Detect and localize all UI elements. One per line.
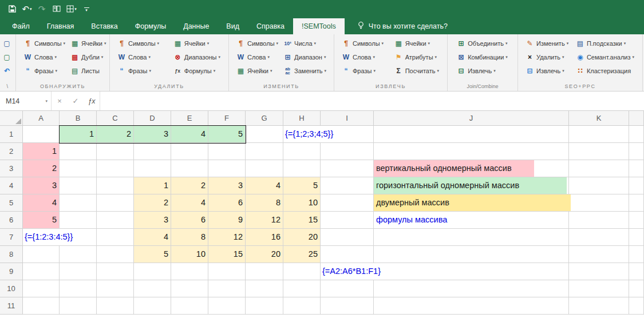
column-header-I[interactable]: I — [321, 111, 374, 126]
cell-C3[interactable] — [97, 160, 134, 177]
cell-K9[interactable] — [569, 263, 629, 280]
cell-A3[interactable]: 2 — [23, 160, 60, 177]
cell-F10[interactable] — [208, 280, 246, 297]
cell-A5[interactable]: 4 — [23, 194, 60, 212]
combinations-button[interactable]: ⊠Комбинации▾ — [454, 50, 510, 64]
cell-C7[interactable] — [97, 229, 134, 246]
cell-D7[interactable]: 4 — [134, 229, 171, 246]
detect-duplicates-button[interactable]: ▩Дубли▾ — [68, 50, 108, 64]
merge-button[interactable]: ⊞Объединить▾ — [454, 37, 510, 50]
cell-F6[interactable]: 9 — [208, 212, 246, 229]
tab-semtools[interactable]: !SEMTools — [293, 18, 345, 34]
cell-F8[interactable]: 15 — [208, 246, 246, 263]
delete-phrases-button[interactable]: “Фразы▾ — [114, 64, 161, 78]
row-header-1[interactable]: 1 — [0, 126, 23, 143]
cell-H8[interactable]: 25 — [283, 246, 321, 263]
extract-phrases-button[interactable]: “Фразы▾ — [339, 64, 386, 78]
cell-E5[interactable]: 4 — [171, 194, 208, 212]
cell-J9[interactable] — [374, 263, 569, 280]
save-button[interactable] — [6, 2, 18, 16]
cell-F4[interactable]: 3 — [208, 177, 246, 194]
row-header-8[interactable]: 8 — [0, 246, 23, 263]
cell-H2[interactable] — [283, 143, 321, 160]
detect-phrases-button[interactable]: “Фразы▾ — [21, 64, 68, 78]
column-header-H[interactable]: H — [283, 111, 321, 126]
cell-A7[interactable]: {={1:2:3:4:5}} — [23, 229, 60, 246]
cell-C5[interactable] — [97, 194, 134, 212]
cell-B8[interactable] — [60, 246, 97, 263]
cell-A6[interactable]: 5 — [23, 212, 60, 229]
cell-K2[interactable] — [569, 143, 629, 160]
cell-K4[interactable] — [569, 177, 629, 194]
cell-D10[interactable] — [134, 280, 171, 297]
column-header-partial[interactable] — [629, 111, 644, 126]
enter-button[interactable]: ✓ — [68, 92, 84, 110]
cell-F11[interactable] — [208, 297, 246, 315]
cancel-button[interactable]: × — [52, 92, 68, 110]
column-header-D[interactable]: D — [134, 111, 171, 126]
cell-A8[interactable] — [23, 246, 60, 263]
detect-sheets-button[interactable]: ▤Листы — [68, 64, 108, 78]
select-all-corner[interactable] — [0, 111, 23, 126]
cell-C6[interactable] — [97, 212, 134, 229]
cell-K8[interactable] — [569, 246, 629, 263]
detect-cells-button[interactable]: ▦Ячейки▾ — [68, 37, 108, 50]
cell-partial-11[interactable] — [629, 297, 644, 315]
detect-words-button[interactable]: WСлова▾ — [21, 50, 68, 64]
cell-I10[interactable] — [321, 280, 374, 297]
cell-J10[interactable] — [374, 280, 569, 297]
delete-formulas-button[interactable]: ƒxФормулы▾ — [171, 64, 223, 78]
cell-A2[interactable]: 1 — [23, 143, 60, 160]
row-header-3[interactable]: 3 — [0, 160, 23, 177]
cell-K10[interactable] — [569, 280, 629, 297]
formula-input[interactable] — [100, 92, 644, 110]
cell-G4[interactable]: 4 — [246, 177, 283, 194]
cell-G1[interactable] — [246, 126, 283, 143]
cell-J5[interactable]: двумерный массив — [374, 194, 569, 212]
delete-ranges-button[interactable]: ⊗Диапазоны▾ — [171, 50, 223, 64]
cell-J2[interactable] — [374, 143, 569, 160]
cell-E3[interactable] — [171, 160, 208, 177]
cell-I2[interactable] — [321, 143, 374, 160]
detect-symbols-button[interactable]: ¶Символы▾ — [21, 37, 68, 50]
cell-E2[interactable] — [171, 143, 208, 160]
seo-hints-button[interactable]: ▤П.подсказки▾ — [573, 37, 637, 50]
seo-delete-button[interactable]: ×Удалить▾ — [523, 50, 571, 64]
cell-partial-2[interactable] — [629, 143, 644, 160]
cell-F7[interactable]: 12 — [208, 229, 246, 246]
cell-B1[interactable]: 1 — [60, 126, 97, 143]
cell-C9[interactable] — [97, 263, 134, 280]
extract-symbols-button[interactable]: ¶Символы▾ — [339, 37, 386, 50]
delete-cells-button[interactable]: ▦Ячейки▾ — [171, 37, 223, 50]
row-header-4[interactable]: 4 — [0, 177, 23, 194]
cell-partial-3[interactable] — [629, 160, 644, 177]
cell-B11[interactable] — [60, 297, 97, 315]
cell-I4[interactable] — [321, 177, 374, 194]
cell-B6[interactable] — [60, 212, 97, 229]
tell-me-search[interactable]: Что вы хотите сделать? — [353, 18, 452, 34]
cell-K1[interactable] — [569, 126, 629, 143]
cell-J6[interactable]: формулы массива — [374, 212, 569, 229]
cell-J3[interactable]: вертикальный одномерный массив — [374, 160, 569, 177]
cell-partial-9[interactable] — [629, 263, 644, 280]
chevron-down-icon[interactable]: ▾ — [45, 99, 48, 104]
cell-G10[interactable] — [246, 280, 283, 297]
seo-modify-button[interactable]: ✎Изменить▾ — [523, 37, 571, 50]
cell-H4[interactable]: 5 — [283, 177, 321, 194]
row-header-11[interactable]: 11 — [0, 297, 23, 315]
extract-words-button[interactable]: WСлова▾ — [339, 50, 386, 64]
cell-I5[interactable] — [321, 194, 374, 212]
cell-H11[interactable] — [283, 297, 321, 315]
cell-B10[interactable] — [60, 280, 97, 297]
column-header-F[interactable]: F — [208, 111, 246, 126]
cell-H1[interactable]: {={1;2;3;4;5}} — [283, 126, 321, 143]
tab-insert[interactable]: Вставка — [82, 18, 126, 34]
cell-E6[interactable]: 6 — [171, 212, 208, 229]
modify-numbers-button[interactable]: 10²Числа▾ — [280, 37, 329, 50]
extract-attributes-button[interactable]: ⚑Атрибуты▾ — [392, 50, 441, 64]
cell-E9[interactable] — [171, 263, 208, 280]
cell-E10[interactable] — [171, 280, 208, 297]
cell-H6[interactable]: 15 — [283, 212, 321, 229]
cell-D11[interactable] — [134, 297, 171, 315]
seo-clustering-button[interactable]: ∷Кластеризация — [573, 64, 637, 78]
